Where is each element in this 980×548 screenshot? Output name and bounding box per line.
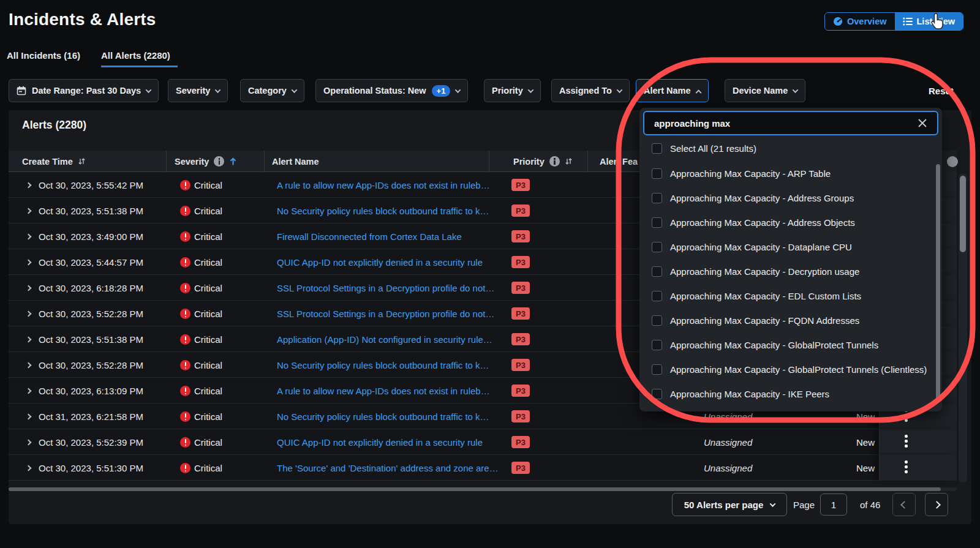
option-label: Approaching Max Capacity - FQDN Addresse…: [670, 315, 859, 326]
alert-name-header-label: Alert Name: [272, 157, 319, 167]
alert-name-search-input[interactable]: [643, 111, 938, 135]
clear-search-icon[interactable]: [916, 117, 929, 129]
horizontal-scrollbar-thumb[interactable]: [9, 487, 941, 491]
column-settings-icon[interactable]: [947, 156, 958, 167]
critical-severity-icon: [180, 360, 190, 370]
vertical-scrollbar-thumb[interactable]: [960, 176, 966, 252]
expand-chevron-icon[interactable]: [26, 259, 32, 265]
filter-date-range[interactable]: Date Range: Past 30 Days: [9, 79, 159, 102]
alert-name-link[interactable]: Application (App-ID) Not configured in s…: [277, 326, 492, 352]
option-label: Approaching Max Capacity - Dataplane CPU: [670, 242, 852, 252]
expand-chevron-icon[interactable]: [26, 208, 32, 214]
critical-severity-icon: [180, 386, 190, 396]
filter-assigned-to[interactable]: Assigned To: [551, 79, 630, 102]
dropdown-option[interactable]: Approaching Max Capacity - GlobalProtect…: [639, 357, 932, 381]
checkbox-icon[interactable]: [652, 168, 662, 179]
alert-name-link[interactable]: Firewall Disconnected from Cortex Data L…: [277, 223, 462, 249]
filter-alert-name[interactable]: Alert Name: [636, 79, 709, 102]
checkbox-icon[interactable]: [652, 389, 662, 399]
alert-name-link[interactable]: QUIC App-ID not explicitly denied in a s…: [277, 429, 483, 455]
sort-icon[interactable]: [78, 157, 86, 165]
dropdown-option[interactable]: Approaching Max Capacity - Address Objec…: [639, 210, 932, 235]
info-icon[interactable]: [214, 156, 224, 167]
row-actions-menu-icon[interactable]: [905, 460, 908, 473]
column-priority[interactable]: Priority: [513, 151, 573, 172]
alert-name-link[interactable]: SSL Protocol Settings in a Decryption pr…: [277, 301, 494, 326]
column-alert-name[interactable]: Alert Name: [272, 151, 319, 172]
checkbox-icon[interactable]: [652, 266, 662, 277]
alert-name-link[interactable]: No Security policy rules block outbound …: [277, 403, 489, 429]
alert-name-link[interactable]: A rule to allow new App-IDs does not exi…: [277, 172, 490, 198]
dropdown-option[interactable]: Approaching Max Capacity - Address Group…: [639, 186, 932, 210]
column-alert-feature[interactable]: Alert Fea: [600, 151, 638, 172]
status-cell: New: [856, 455, 875, 481]
checkbox-icon[interactable]: [652, 315, 662, 326]
checkbox-icon[interactable]: [652, 143, 662, 154]
assigned-cell: Unassigned: [704, 455, 752, 481]
tab-all-alerts[interactable]: All Alerts (2280): [101, 50, 170, 61]
checkbox-icon[interactable]: [652, 291, 662, 301]
checkbox-icon[interactable]: [652, 193, 662, 203]
expand-chevron-icon[interactable]: [26, 413, 32, 419]
chevron-left-icon: [900, 501, 908, 509]
expand-chevron-icon[interactable]: [26, 182, 32, 188]
previous-page-button[interactable]: [892, 493, 916, 516]
select-all-option[interactable]: Select All (21 results): [639, 136, 932, 160]
alerts-per-page-select[interactable]: 50 Alerts per page: [672, 493, 787, 516]
dropdown-option[interactable]: Approaching Max Capacity - ARP Table: [639, 161, 932, 186]
sort-icon[interactable]: [565, 157, 573, 165]
expand-chevron-icon[interactable]: [26, 362, 32, 368]
priority-badge: P3: [511, 359, 530, 371]
alert-name-link[interactable]: The 'Source' and 'Destination' address a…: [277, 455, 499, 481]
severity-cell: Critical: [194, 403, 222, 429]
critical-severity-icon: [180, 309, 190, 319]
table-row[interactable]: Oct 30, 2023, 5:52:39 PM Critical QUIC A…: [9, 429, 957, 455]
filter-severity[interactable]: Severity: [168, 79, 228, 102]
expand-chevron-icon[interactable]: [26, 310, 32, 317]
assigned-cell: Unassigned: [704, 429, 752, 455]
expand-chevron-icon[interactable]: [26, 465, 32, 471]
expand-chevron-icon[interactable]: [26, 388, 32, 394]
filter-device-name[interactable]: Device Name: [725, 79, 805, 102]
severity-cell: Critical: [194, 172, 222, 198]
dropdown-option[interactable]: Approaching Max Capacity - IKE Peers: [639, 381, 932, 406]
column-create-time[interactable]: Create Time: [22, 151, 86, 172]
chevron-down-icon: [527, 87, 533, 93]
checkbox-icon[interactable]: [652, 242, 662, 252]
filter-operational-status[interactable]: Operational Status: New +1: [315, 79, 468, 102]
expand-chevron-icon[interactable]: [26, 439, 32, 445]
row-actions-menu-icon[interactable]: [905, 435, 908, 448]
dropdown-option[interactable]: Approaching Max Capacity - Dataplane CPU: [639, 235, 932, 259]
reset-filters-button[interactable]: Reset: [929, 79, 954, 102]
filter-priority[interactable]: Priority: [484, 79, 541, 102]
dropdown-option[interactable]: Approaching Max Capacity - GlobalProtect…: [639, 332, 932, 357]
dropdown-option[interactable]: Approaching Max Capacity - EDL Custom Li…: [639, 283, 932, 308]
alert-name-link[interactable]: No Security policy rules block outbound …: [277, 352, 489, 378]
expand-chevron-icon[interactable]: [26, 336, 32, 342]
checkbox-icon[interactable]: [652, 364, 662, 375]
alert-name-link[interactable]: No Security policy rules block outbound …: [277, 198, 489, 223]
next-page-button[interactable]: [925, 493, 948, 516]
checkbox-icon[interactable]: [652, 340, 662, 350]
dropdown-option[interactable]: Approaching Max Capacity - Decryption us…: [639, 259, 932, 283]
filter-category[interactable]: Category: [240, 79, 304, 102]
column-severity[interactable]: Severity: [175, 151, 237, 172]
table-row[interactable]: Oct 30, 2023, 5:51:30 PM Critical The 'S…: [9, 455, 957, 481]
alert-name-filter-label: Alert Name: [644, 86, 691, 96]
checkbox-icon[interactable]: [652, 217, 662, 228]
info-icon[interactable]: [549, 156, 560, 167]
alert-name-link[interactable]: A rule to allow new App-IDs does not exi…: [277, 378, 490, 403]
dropdown-option[interactable]: Approaching Max Capacity - FQDN Addresse…: [639, 308, 932, 332]
page-number-input[interactable]: 1: [820, 494, 847, 516]
assigned-to-filter-label: Assigned To: [559, 86, 612, 96]
sort-ascending-arrow-icon[interactable]: [229, 157, 237, 166]
alert-name-link[interactable]: QUIC App-ID not explicitly denied in a s…: [277, 249, 483, 275]
expand-chevron-icon[interactable]: [26, 233, 32, 239]
alert-name-link[interactable]: SSL Protocol Settings in a Decryption pr…: [277, 275, 494, 301]
dropdown-scrollbar-thumb[interactable]: [936, 164, 940, 401]
tab-all-incidents[interactable]: All Incidents (16): [7, 50, 80, 61]
expand-chevron-icon[interactable]: [26, 285, 32, 291]
overview-button[interactable]: Overview: [825, 13, 895, 30]
list-view-button[interactable]: List View: [895, 13, 963, 30]
priority-badge: P3: [511, 307, 530, 320]
